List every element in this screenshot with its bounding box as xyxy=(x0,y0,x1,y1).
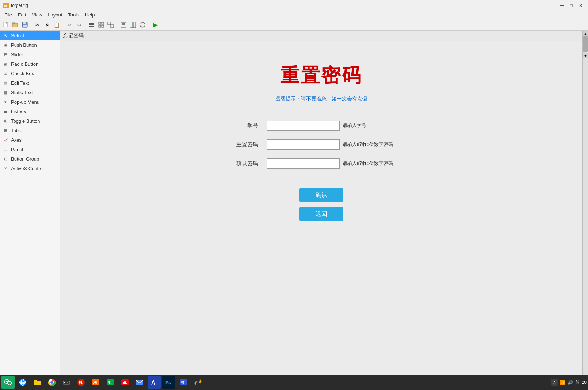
student-id-input[interactable] xyxy=(267,121,340,131)
save-button[interactable] xyxy=(20,20,29,29)
toolbar-sep-4 xyxy=(117,21,117,28)
sidebar-item-activex[interactable]: ActiveX Control xyxy=(0,164,60,173)
sidebar-label-toggle: Toggle Button xyxy=(11,118,40,124)
scroll-up-arrow[interactable]: ▲ xyxy=(583,31,588,37)
network-icon: 📶 xyxy=(560,380,565,385)
back-button[interactable]: 返回 xyxy=(299,207,343,221)
sidebar-item-select[interactable]: Select xyxy=(0,31,60,40)
run-button[interactable]: ▶ xyxy=(151,20,160,29)
confirm-password-row: 确认密码： 请输入6到10位数字密码 xyxy=(234,158,408,169)
cut-button[interactable]: ✂ xyxy=(33,20,42,29)
undo-button[interactable]: ↩ xyxy=(65,20,74,29)
view-toggle-button[interactable] xyxy=(129,20,137,29)
svg-text:钉: 钉 xyxy=(180,381,185,385)
sidebar-item-radiobutton[interactable]: Radio Button xyxy=(0,59,60,69)
grid-button[interactable] xyxy=(97,20,106,29)
sidebar-item-buttongroup[interactable]: Button Group xyxy=(0,154,60,164)
reset-password-hint: 请输入6到10位数字密码 xyxy=(343,141,408,148)
taskbar-game[interactable] xyxy=(60,376,73,389)
canvas-scrollbar[interactable]: ▲ ▼ xyxy=(582,31,588,379)
taskbar-typing[interactable]: A xyxy=(148,376,161,389)
sidebar-label-listbox: Listbox xyxy=(11,109,26,114)
close-button[interactable]: ✕ xyxy=(576,2,585,9)
svg-point-30 xyxy=(10,383,11,383)
taskbar-chrome[interactable] xyxy=(45,376,58,389)
sidebar-label-edittext: Edit Text xyxy=(11,80,29,86)
edittext-icon xyxy=(2,80,9,85)
toggle-icon xyxy=(2,118,9,123)
sidebar-item-statictext[interactable]: Static Text xyxy=(0,88,60,97)
reset-password-input[interactable] xyxy=(267,139,340,150)
new-button[interactable] xyxy=(1,20,10,29)
redo-button[interactable]: ↪ xyxy=(75,20,83,29)
sidebar-item-panel[interactable]: Panel xyxy=(0,145,60,154)
sidebar-item-table[interactable]: Table xyxy=(0,126,60,135)
show-hidden-icon[interactable]: ∧ xyxy=(551,379,558,386)
sidebar-item-pushbutton[interactable]: Push Button xyxy=(0,40,60,50)
svg-rect-16 xyxy=(108,22,111,25)
sidebar-item-toggle[interactable]: Toggle Button xyxy=(0,116,60,126)
svg-point-26 xyxy=(6,381,7,382)
sidebar-item-axes[interactable]: Axes xyxy=(0,135,60,145)
system-tray: ∧ 📶 🔊 英 20 xyxy=(551,379,587,386)
arrange-button[interactable] xyxy=(106,20,115,29)
toolbar-sep-1 xyxy=(31,21,31,28)
language-icon[interactable]: 英 xyxy=(575,379,580,386)
menu-layout[interactable]: Layout xyxy=(45,11,65,18)
taskbar-map[interactable]: 地 xyxy=(104,376,117,389)
sidebar-item-popup[interactable]: Pop-up Menu xyxy=(0,97,60,107)
sidebar-label-table: Table xyxy=(11,128,22,133)
sidebar-item-listbox[interactable]: Listbox xyxy=(0,107,60,116)
app-icon: M xyxy=(3,3,9,8)
taskbar-mail[interactable] xyxy=(133,376,146,389)
taskbar-app3[interactable]: 钉 xyxy=(177,376,190,389)
svg-rect-22 xyxy=(130,22,133,28)
taskbar-folder[interactable] xyxy=(31,376,44,389)
toolbar-sep-5 xyxy=(149,21,149,28)
minimize-button[interactable]: — xyxy=(557,2,566,9)
taskbar-ie[interactable] xyxy=(16,376,29,389)
taskbar-matlab[interactable] xyxy=(191,376,205,389)
taskbar-search[interactable]: 淘 xyxy=(89,376,102,389)
svg-rect-15 xyxy=(102,25,104,27)
maximize-button[interactable]: □ xyxy=(567,2,576,9)
sidebar-item-checkbox[interactable]: Check Box xyxy=(0,69,60,78)
color-button[interactable] xyxy=(138,20,147,29)
scroll-thumb[interactable] xyxy=(583,37,588,52)
menu-file[interactable]: File xyxy=(1,11,15,18)
paste-button[interactable]: 📋 xyxy=(52,20,61,29)
open-button[interactable] xyxy=(11,20,20,29)
figure-window: 忘记密码 重置密码 温馨提示：请不要着急，第一次会有点慢 学号： 请输入学号 重… xyxy=(60,31,582,379)
svg-text:A: A xyxy=(151,379,156,386)
property-button[interactable] xyxy=(119,20,128,29)
align-button[interactable] xyxy=(87,20,96,29)
taskbar-wechat[interactable] xyxy=(1,376,15,389)
svg-point-40 xyxy=(67,382,68,383)
window-controls: — □ ✕ xyxy=(557,2,585,9)
scroll-down-arrow[interactable]: ▼ xyxy=(583,53,588,58)
menu-view[interactable]: View xyxy=(29,11,45,18)
copy-button[interactable]: ⎘ xyxy=(43,20,51,29)
checkbox-icon xyxy=(2,71,9,76)
taskbar-app1[interactable]: 狐 xyxy=(75,376,88,389)
figure-header-title: 忘记密码 xyxy=(63,32,84,39)
panel-icon xyxy=(2,147,9,152)
menu-tools[interactable]: Tools xyxy=(65,11,82,18)
clock: 20 xyxy=(582,380,587,385)
menu-edit[interactable]: Edit xyxy=(15,11,29,18)
menu-help[interactable]: Help xyxy=(82,11,98,18)
sidebar: Select Push Button Slider Radio Button C… xyxy=(0,31,60,379)
svg-rect-36 xyxy=(34,380,37,381)
form-subtitle: 温馨提示：请不要着急，第一次会有点慢 xyxy=(275,96,367,102)
taskbar-app2[interactable] xyxy=(118,376,131,389)
taskbar-photoshop[interactable]: Ps xyxy=(162,376,175,389)
sidebar-item-slider[interactable]: Slider xyxy=(0,50,60,59)
sidebar-item-edittext[interactable]: Edit Text xyxy=(0,78,60,88)
taskbar: 狐 淘 地 A Ps 钉 ∧ 📶 🔊 英 20 xyxy=(0,375,588,390)
confirm-password-input[interactable] xyxy=(267,158,340,169)
popup-icon xyxy=(2,99,9,104)
window-title: forget.fig xyxy=(11,3,28,8)
confirm-button[interactable]: 确认 xyxy=(299,188,343,202)
sidebar-label-popup: Pop-up Menu xyxy=(11,99,39,105)
reset-password-label: 重置密码： xyxy=(234,141,264,148)
